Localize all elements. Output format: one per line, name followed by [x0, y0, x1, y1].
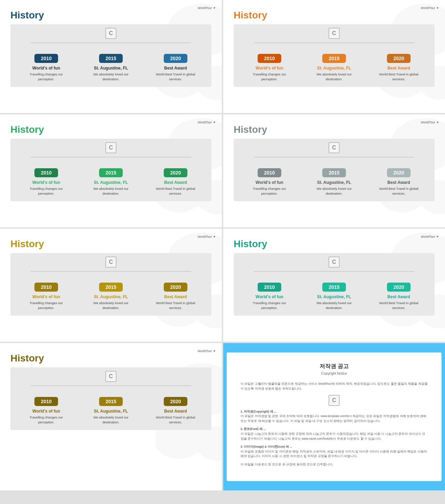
milestone-desc: We absolutely loved our destination. — [87, 415, 135, 424]
year-badge: 2010 — [258, 54, 281, 63]
milestone-title: St. Augustine, FL — [94, 66, 128, 71]
slide-title: History — [10, 10, 211, 21]
year-badge: 2010 — [258, 168, 281, 177]
timeline-center-icon: C — [329, 257, 340, 268]
timeline-center-icon: C — [105, 28, 116, 39]
timeline-center-icon: C — [329, 28, 340, 39]
timeline-center-icon: C — [105, 142, 116, 153]
milestone-title: World's of fun — [256, 66, 283, 71]
content-area: C 2010 World's of fun Travelling changes… — [234, 24, 435, 87]
milestone-desc: We absolutely loved our destination. — [87, 72, 135, 81]
milestone-item: 2020 Best Award World Best Travel in glo… — [151, 283, 200, 310]
timeline-line — [254, 271, 414, 272]
milestone-desc: We absolutely loved our destination. — [310, 186, 358, 196]
year-badge: 2010 — [34, 397, 58, 406]
timeline-line — [31, 42, 191, 43]
timeline-center-icon: C — [329, 142, 340, 153]
timeline-line — [254, 42, 414, 43]
milestone-item: 2015 St. Augustine, FL We absolutely lov… — [310, 168, 358, 196]
copyright-section2: 2. 폰트(Font) 에 ...이 파일은 나눔고딕 폰트의 사용에 관한 규… — [241, 427, 428, 441]
milestone-title: World's of fun — [256, 180, 283, 185]
content-area: C 2010 World's of fun Travelling changes… — [234, 139, 435, 201]
milestone-desc: World Best Travel in global services. — [151, 186, 200, 196]
slide-title: History — [234, 10, 435, 21]
milestone-desc: Travelling changes our perception. — [245, 72, 294, 81]
milestone-item: 2015 St. Augustine, FL We absolutely lov… — [87, 283, 135, 310]
year-badge: 2020 — [387, 54, 410, 63]
slide-slide7: WorldTour ✦ History C 2010 World's of fu… — [0, 343, 222, 490]
logo: WorldTour ✦ — [197, 6, 216, 10]
milestone-item: 2020 Best Award World Best Travel in glo… — [151, 54, 200, 81]
slide-slide2: WorldTour ✦ History C 2010 World's of fu… — [223, 0, 445, 113]
milestone-item: 2010 World's of fun Travelling changes o… — [245, 168, 294, 196]
content-area: C 2010 World's of fun Travelling changes… — [10, 253, 211, 316]
slide-slide4: WorldTour ✦ History C 2010 World's of fu… — [223, 114, 445, 227]
slide-slide6: WorldTour ✦ History C 2010 World's of fu… — [223, 229, 445, 342]
milestone-desc: Travelling changes our perception. — [22, 415, 71, 424]
timeline-center-icon: C — [105, 257, 116, 268]
milestone-item: 2020 Best Award World Best Travel in glo… — [374, 283, 423, 310]
milestone-title: St. Augustine, FL — [317, 294, 351, 299]
year-badge: 2015 — [322, 283, 346, 292]
year-badge: 2015 — [322, 54, 346, 63]
year-badge: 2015 — [99, 283, 122, 292]
milestone-title: St. Augustine, FL — [317, 180, 351, 185]
logo: WorldTour ✦ — [421, 6, 439, 10]
year-badge: 2015 — [99, 168, 122, 177]
year-badge: 2010 — [258, 283, 281, 292]
milestone-title: St. Augustine, FL — [94, 294, 128, 299]
c-icon-box: C — [329, 257, 340, 268]
copyright-slide: 저작권 공고 Copyright Notice 이 파일은 고퀄리티 템플릿을 … — [223, 343, 445, 490]
copyright-center-icon: C — [241, 395, 428, 406]
milestone-item: 2020 Best Award World Best Travel in glo… — [374, 168, 423, 196]
slide-title: History — [10, 238, 211, 250]
milestone-item: 2015 St. Augustine, FL We absolutely lov… — [310, 283, 358, 310]
milestone-item: 2020 Best Award World Best Travel in glo… — [151, 397, 200, 424]
milestone-item: 2015 St. Augustine, FL We absolutely lov… — [87, 54, 135, 81]
milestone-item: 2010 World's of fun Travelling changes o… — [245, 54, 294, 81]
logo: WorldTour ✦ — [197, 235, 216, 239]
milestone-desc: World Best Travel in global services. — [151, 72, 200, 81]
slide-slide5: WorldTour ✦ History C 2010 World's of fu… — [0, 229, 222, 342]
year-badge: 2020 — [164, 54, 187, 63]
milestone-desc: Travelling changes our perception. — [22, 72, 71, 81]
copyright-subtitle: Copyright Notice — [241, 372, 428, 375]
milestone-title: Best Award — [164, 294, 187, 299]
year-badge: 2020 — [164, 283, 187, 292]
logo: WorldTour ✦ — [421, 235, 439, 239]
year-badge: 2010 — [34, 168, 58, 177]
milestone-item: 2020 Best Award World Best Travel in glo… — [151, 168, 200, 196]
milestone-desc: World Best Travel in global services. — [374, 186, 423, 196]
milestone-desc: We absolutely loved our destination. — [310, 301, 358, 310]
milestone-title: Best Award — [387, 66, 410, 71]
milestone-desc: Travelling changes our perception. — [22, 301, 71, 310]
timeline-line — [31, 385, 191, 386]
milestone-item: 2010 World's of fun Travelling changes o… — [22, 283, 71, 310]
slide-slide3: WorldTour ✦ History C 2010 World's of fu… — [0, 114, 222, 227]
year-badge: 2020 — [164, 168, 187, 177]
logo: WorldTour ✦ — [421, 121, 439, 124]
milestone-item: 2010 World's of fun Travelling changes o… — [22, 397, 71, 424]
slide-title: History — [234, 238, 435, 250]
milestone-title: Best Award — [387, 180, 410, 185]
c-icon-box: C — [105, 142, 116, 153]
milestone-item: 2020 Best Award World Best Travel in glo… — [374, 54, 423, 81]
milestone-title: St. Augustine, FL — [317, 66, 351, 71]
milestone-title: St. Augustine, FL — [94, 180, 128, 185]
milestone-title: World's of fun — [32, 180, 60, 185]
year-badge: 2015 — [99, 397, 122, 406]
c-icon-box: C — [105, 257, 116, 268]
milestone-desc: World Best Travel in global services. — [374, 72, 423, 81]
milestone-title: Best Award — [164, 180, 187, 185]
milestone-desc: We absolutely loved our destination. — [87, 301, 135, 310]
milestone-desc: Travelling changes our perception. — [22, 186, 71, 196]
c-icon-box: C — [329, 28, 340, 39]
timeline-line — [31, 271, 191, 272]
milestone-item: 2015 St. Augustine, FL We absolutely lov… — [87, 168, 135, 196]
content-area: C 2010 World's of fun Travelling changes… — [10, 24, 211, 87]
milestone-title: Best Award — [387, 294, 410, 299]
copyright-para1: 이 파일은 고퀄리티 템플릿을 전문으로 제공하는 서비스 WorldTour에… — [241, 382, 428, 391]
copyright-section3: 3. 이미지(Image) & 아이콘(Icon) 에 ...이 파일에 포함된… — [241, 445, 428, 459]
c-icon-small: C — [329, 395, 340, 406]
milestone-desc: Travelling changes our perception. — [245, 186, 294, 196]
